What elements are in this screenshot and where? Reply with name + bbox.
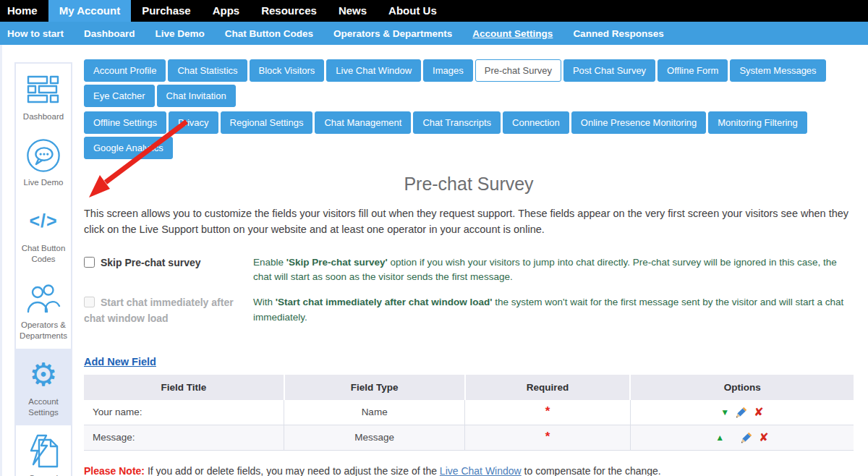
field-title-cell: Your name: <box>84 400 284 425</box>
edit-pencil-icon[interactable] <box>741 432 752 443</box>
tab-online-presence-monitoring[interactable]: Online Presence Monitoring <box>571 111 706 134</box>
nav-about-us[interactable]: About Us <box>378 0 448 22</box>
tab-connection[interactable]: Connection <box>503 111 569 134</box>
page-body: Dashboard Live Demo </> <box>0 45 868 476</box>
desc-bold-text: 'Start chat immediately after chat windo… <box>276 297 493 307</box>
move-up-icon[interactable]: ▲ <box>715 433 724 443</box>
intro-text: This screen allows you to customize the … <box>84 206 854 238</box>
nav-my-account[interactable]: My Account <box>48 0 131 22</box>
delete-field-icon[interactable]: ✘ <box>759 433 768 443</box>
tab-account-profile[interactable]: Account Profile <box>84 59 166 82</box>
tab-privacy[interactable]: Privacy <box>169 111 218 134</box>
live-chat-window-link[interactable]: Live Chat Window <box>440 465 522 476</box>
tab-offline-form[interactable]: Offline Form <box>658 59 728 82</box>
settings-tabs-row2: Offline Settings Privacy Regional Settin… <box>84 111 854 159</box>
tab-chat-invitation[interactable]: Chat Invitation <box>157 85 236 107</box>
skip-survey-label: Skip Pre-chat survey <box>84 255 242 286</box>
tab-images[interactable]: Images <box>423 59 473 82</box>
required-asterisk: * <box>545 404 550 418</box>
sidebar-item-label: Dashboard <box>23 111 64 122</box>
desc-bold-text: 'Skip Pre-chat survey' <box>286 257 388 268</box>
subnav-chat-button-codes[interactable]: Chat Button Codes <box>215 28 323 39</box>
tab-live-chat-window[interactable]: Live Chat Window <box>326 59 421 82</box>
tab-chat-management[interactable]: Chat Management <box>315 111 411 134</box>
operators-icon <box>26 281 61 315</box>
page-title: Pre-chat Survey <box>84 174 854 195</box>
gear-icon: ⚙ <box>29 357 57 392</box>
edit-pencil-icon[interactable] <box>736 407 747 418</box>
tab-block-visitors[interactable]: Block Visitors <box>250 59 325 82</box>
sidebar-item-live-demo[interactable]: Live Demo <box>16 129 71 195</box>
table-row: Message: Message * ▲ <box>84 425 854 450</box>
subnav-operators-departments[interactable]: Operators & Departments <box>323 28 462 39</box>
subnav-dashboard[interactable]: Dashboard <box>74 28 145 39</box>
nav-news[interactable]: News <box>328 0 378 22</box>
please-note-label: Please Note: <box>84 465 145 476</box>
tab-chat-transcripts[interactable]: Chat Transcripts <box>413 111 501 134</box>
start-chat-row: Start chat immediately after chat window… <box>84 295 854 326</box>
skip-survey-label-text: Skip Pre-chat survey <box>101 257 201 268</box>
tab-chat-statistics[interactable]: Chat Statistics <box>168 59 247 82</box>
required-asterisk: * <box>545 430 550 443</box>
code-icon: </> <box>29 204 57 239</box>
sidebar-item-canned-responses[interactable]: Canned Responses <box>16 425 71 476</box>
canned-responses-icon <box>27 434 60 469</box>
sidebar-item-label: Canned Responses <box>17 473 69 476</box>
start-chat-description: With 'Start chat immediately after chat … <box>253 295 854 326</box>
subnav-account-settings[interactable]: Account Settings <box>462 28 563 39</box>
col-options: Options <box>630 375 854 400</box>
subnav-canned-responses[interactable]: Canned Responses <box>563 28 673 39</box>
col-field-type: Field Type <box>284 375 465 400</box>
delete-field-icon[interactable]: ✘ <box>754 407 763 417</box>
note-text: to compensate for the change. <box>522 465 661 476</box>
nav-resources[interactable]: Resources <box>250 0 328 22</box>
sidebar-item-label: Account Settings <box>17 396 69 418</box>
sidebar: Dashboard Live Demo </> <box>14 62 72 476</box>
tab-google-analytics[interactable]: Google Analytics <box>84 137 173 159</box>
desc-text: Enable <box>253 257 286 268</box>
tab-offline-settings[interactable]: Offline Settings <box>84 111 166 134</box>
sidebar-item-label: Live Demo <box>24 177 64 188</box>
sidebar-item-label: Operators & Departments <box>17 320 69 341</box>
tab-eye-catcher[interactable]: Eye Catcher <box>84 85 155 107</box>
skip-survey-description: Enable 'Skip Pre-chat survey' option if … <box>253 255 854 286</box>
nav-apps[interactable]: Apps <box>202 0 251 22</box>
tab-regional-settings[interactable]: Regional Settings <box>221 111 313 134</box>
sidebar-item-chat-button-codes[interactable]: </> Chat Button Codes <box>16 195 71 272</box>
sidebar-item-dashboard[interactable]: Dashboard <box>16 64 71 129</box>
col-required: Required <box>465 375 631 400</box>
move-down-icon[interactable]: ▼ <box>720 407 729 417</box>
start-chat-label-text: Start chat immediately after chat window… <box>84 297 234 324</box>
survey-options: Skip Pre-chat survey Enable 'Skip Pre-ch… <box>84 255 854 327</box>
sidebar-item-label: Chat Button Codes <box>17 243 69 265</box>
tab-monitoring-filtering[interactable]: Monitoring Filtering <box>708 111 807 134</box>
nav-purchase[interactable]: Purchase <box>131 0 202 22</box>
fields-table: Field Title Field Type Required Options … <box>84 375 854 451</box>
table-row: Your name: Name * ▼ <box>84 400 854 425</box>
tab-pre-chat-survey[interactable]: Pre-chat Survey <box>475 59 561 82</box>
sub-navigation: How to start Dashboard Live Demo Chat Bu… <box>0 22 868 45</box>
table-header-row: Field Title Field Type Required Options <box>84 375 854 400</box>
add-new-field-link[interactable]: Add New Field <box>84 356 156 367</box>
desc-text: With <box>253 297 276 307</box>
top-navigation: Home My Account Purchase Apps Resources … <box>0 0 868 22</box>
start-chat-label: Start chat immediately after chat window… <box>84 295 242 326</box>
please-note: Please Note: If you add or delete fields… <box>84 465 854 476</box>
live-demo-icon <box>25 138 61 173</box>
sidebar-item-operators-departments[interactable]: Operators & Departments <box>16 272 71 349</box>
field-type-cell: Name <box>284 400 465 425</box>
field-title-cell: Message: <box>84 425 284 450</box>
dashboard-icon <box>27 72 60 107</box>
nav-home[interactable]: Home <box>0 0 48 22</box>
sidebar-item-account-settings[interactable]: ⚙ Account Settings <box>16 349 71 425</box>
main-content: Account Profile Chat Statistics Block Vi… <box>72 45 868 476</box>
field-type-cell: Message <box>284 425 465 450</box>
start-chat-checkbox[interactable] <box>84 297 95 307</box>
col-field-title: Field Title <box>84 375 284 400</box>
subnav-how-to-start[interactable]: How to start <box>0 28 74 39</box>
tab-post-chat-survey[interactable]: Post Chat Survey <box>563 59 655 82</box>
tab-system-messages[interactable]: System Messages <box>730 59 825 82</box>
subnav-live-demo[interactable]: Live Demo <box>145 28 215 39</box>
skip-survey-checkbox[interactable] <box>84 257 95 268</box>
settings-tabs-row1: Account Profile Chat Statistics Block Vi… <box>84 59 854 107</box>
